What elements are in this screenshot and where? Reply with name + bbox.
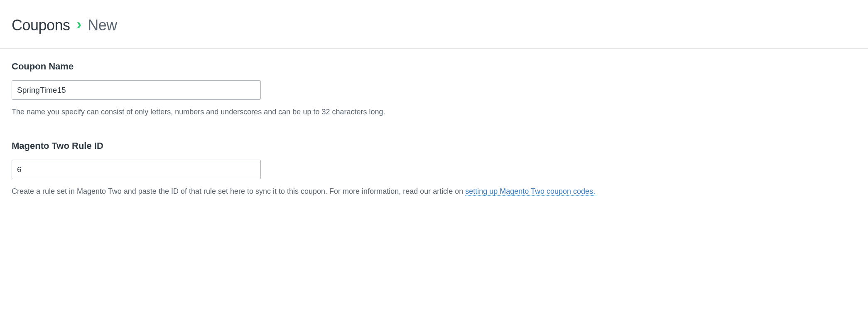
page-header: Coupons › New	[0, 0, 868, 48]
form-area: Coupon Name The name you specify can con…	[0, 49, 868, 237]
breadcrumb: Coupons › New	[12, 16, 856, 34]
rule-id-help-link[interactable]: setting up Magento Two coupon codes.	[465, 187, 595, 196]
chevron-right-icon: ›	[76, 16, 81, 33]
breadcrumb-current: New	[88, 17, 117, 34]
rule-id-group: Magento Two Rule ID Create a rule set in…	[12, 141, 856, 197]
coupon-name-label: Coupon Name	[12, 61, 856, 72]
breadcrumb-root[interactable]: Coupons	[12, 17, 70, 34]
coupon-name-group: Coupon Name The name you specify can con…	[12, 61, 856, 117]
rule-id-help-text: Create a rule set in Magento Two and pas…	[12, 187, 465, 195]
rule-id-label: Magento Two Rule ID	[12, 141, 856, 151]
coupon-name-help: The name you specify can consist of only…	[12, 106, 856, 117]
coupon-name-input[interactable]	[12, 80, 261, 100]
rule-id-help: Create a rule set in Magento Two and pas…	[12, 186, 856, 197]
rule-id-input[interactable]	[12, 160, 261, 179]
